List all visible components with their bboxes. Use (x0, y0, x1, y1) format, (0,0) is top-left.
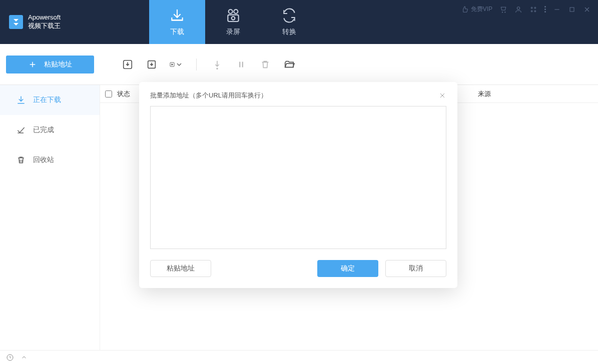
tab-convert-label: 转换 (282, 28, 296, 36)
logo-area: Apowersoft 视频下载王 (0, 0, 149, 44)
tab-record-label: 录屏 (226, 28, 240, 36)
toolbar-icons (121, 58, 296, 71)
svg-point-6 (534, 7, 536, 8)
sidebar-item-trash[interactable]: 回收站 (0, 145, 100, 175)
select-all-checkbox[interactable] (105, 90, 112, 98)
col-source: 来源 (478, 90, 598, 98)
sidebar-item-completed[interactable]: 已完成 (0, 115, 100, 145)
close-icon[interactable] (583, 6, 591, 14)
dialog-close-icon[interactable] (438, 92, 446, 100)
dialog-title: 批量添加地址（多个URL请用回车换行） (150, 91, 267, 100)
vip-button[interactable]: 免费VIP (461, 5, 492, 14)
dialog-footer: 粘贴地址 确定 取消 (150, 260, 446, 277)
apps-icon[interactable] (529, 6, 537, 14)
sidebar: 正在下载 已完成 回收站 (0, 85, 100, 350)
sidebar-item-label: 正在下载 (33, 96, 61, 104)
select-all-cell (100, 90, 117, 98)
clock-icon[interactable] (6, 354, 14, 362)
paste-url-label: 粘贴地址 (44, 60, 72, 69)
header-controls: 免费VIP (461, 5, 591, 14)
svg-point-4 (517, 6, 519, 9)
dialog-paste-button[interactable]: 粘贴地址 (150, 260, 211, 277)
tab-download[interactable]: 下载 (149, 0, 205, 44)
plus-icon (28, 60, 37, 69)
separator (196, 58, 197, 70)
record-icon (225, 8, 241, 24)
more-menu-icon[interactable] (544, 6, 546, 12)
svg-point-7 (531, 10, 532, 12)
vip-label: 免费VIP (471, 5, 492, 14)
app-logo-icon (9, 15, 23, 29)
thumbs-up-icon (461, 6, 469, 14)
sidebar-item-downloading[interactable]: 正在下载 (0, 85, 100, 115)
download-icon (169, 8, 185, 24)
delete-button[interactable] (259, 58, 272, 71)
svg-point-3 (232, 16, 235, 20)
sidebar-item-label: 已完成 (33, 126, 54, 134)
chevron-down-icon (176, 59, 182, 70)
svg-point-1 (234, 10, 238, 14)
cart-icon[interactable] (499, 6, 507, 14)
app-name-text: 视频下载王 (28, 22, 61, 30)
format-dropdown[interactable] (169, 58, 182, 71)
svg-point-0 (229, 10, 233, 14)
url-input-textarea[interactable] (150, 106, 446, 249)
completed-icon (16, 125, 26, 135)
start-button[interactable] (211, 58, 224, 71)
chevron-up-icon[interactable] (20, 354, 28, 362)
svg-point-13 (217, 68, 218, 69)
svg-point-5 (531, 7, 532, 8)
dialog-header: 批量添加地址（多个URL请用回车换行） (150, 91, 446, 100)
brand-text: Apowersoft (28, 14, 61, 22)
trash-icon (16, 155, 26, 165)
batch-download-button[interactable] (121, 58, 134, 71)
svg-rect-9 (570, 8, 574, 12)
sidebar-item-label: 回收站 (33, 156, 54, 164)
tab-record[interactable]: 录屏 (205, 0, 261, 44)
downloading-icon (16, 95, 26, 105)
tab-download-label: 下载 (170, 28, 184, 36)
single-download-button[interactable] (145, 58, 158, 71)
main-tabs: 下载 录屏 转换 (149, 0, 317, 44)
dialog-ok-button[interactable]: 确定 (317, 260, 378, 277)
user-icon[interactable] (514, 6, 522, 14)
paste-url-button[interactable]: 粘贴地址 (6, 56, 94, 74)
svg-rect-2 (228, 15, 238, 22)
app-title: Apowersoft 视频下载王 (28, 14, 61, 30)
open-folder-button[interactable] (283, 58, 296, 71)
app-header: Apowersoft 视频下载王 下载 录屏 转换 免费VIP (0, 0, 598, 44)
minimize-icon[interactable] (553, 6, 561, 14)
dialog-cancel-button[interactable]: 取消 (385, 260, 446, 277)
tab-convert[interactable]: 转换 (261, 0, 317, 44)
batch-add-dialog: 批量添加地址（多个URL请用回车换行） 粘贴地址 确定 取消 (139, 82, 457, 288)
maximize-icon[interactable] (568, 6, 576, 14)
status-bar (0, 350, 598, 364)
pause-button[interactable] (235, 58, 248, 71)
svg-point-8 (534, 10, 536, 12)
convert-icon (281, 8, 297, 24)
toolbar: 粘贴地址 (0, 44, 598, 85)
